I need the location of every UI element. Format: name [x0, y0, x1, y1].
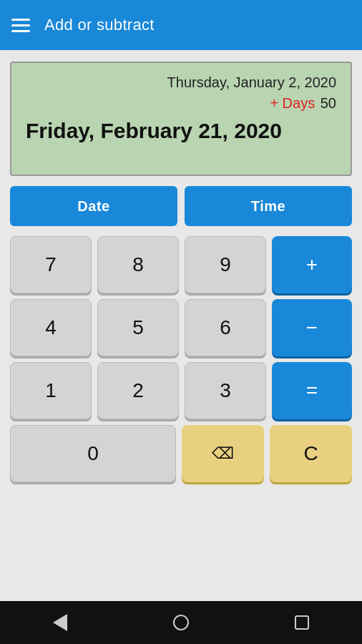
key-backspace[interactable]: ⌫	[182, 425, 264, 482]
key-2[interactable]: 2	[97, 362, 179, 419]
key-1[interactable]: 1	[10, 362, 92, 419]
key-5[interactable]: 5	[97, 299, 179, 356]
recents-button[interactable]	[284, 608, 320, 637]
key-clear[interactable]: C	[270, 425, 352, 482]
calculator-grid: 7 8 9 + 4 5 6 − 1 2 3 = 0 ⌫ C	[10, 236, 352, 482]
recents-icon	[295, 615, 309, 630]
key-equals[interactable]: =	[272, 362, 352, 419]
tab-row: Date Time	[10, 186, 352, 226]
main-content: Thursday, January 2, 2020 + Days 50 Frid…	[0, 50, 362, 601]
input-date: Thursday, January 2, 2020	[26, 74, 336, 91]
calc-row-3: 1 2 3 =	[10, 362, 352, 419]
calc-row-2: 4 5 6 −	[10, 299, 352, 356]
key-3[interactable]: 3	[185, 362, 266, 419]
bottom-nav	[0, 601, 362, 644]
date-tab[interactable]: Date	[10, 186, 177, 226]
app-title: Add or subtract	[44, 16, 155, 34]
backspace-icon: ⌫	[212, 444, 234, 463]
key-8[interactable]: 8	[97, 236, 179, 293]
key-6[interactable]: 6	[185, 299, 266, 356]
calc-row-1: 7 8 9 +	[10, 236, 352, 293]
back-icon	[53, 614, 67, 631]
calc-row-4: 0 ⌫ C	[10, 425, 352, 482]
result-date: Friday, February 21, 2020	[26, 119, 336, 143]
top-bar: Add or subtract	[0, 0, 362, 50]
menu-icon[interactable]	[11, 19, 30, 32]
key-minus[interactable]: −	[272, 299, 352, 356]
key-0[interactable]: 0	[10, 425, 176, 482]
home-button[interactable]	[163, 608, 199, 637]
display-area: Thursday, January 2, 2020 + Days 50 Frid…	[10, 62, 352, 176]
key-plus[interactable]: +	[272, 236, 352, 293]
days-value: 50	[321, 95, 336, 111]
key-9[interactable]: 9	[185, 236, 266, 293]
home-icon	[173, 615, 189, 630]
key-7[interactable]: 7	[10, 236, 92, 293]
days-row: + Days 50	[26, 95, 336, 112]
back-button[interactable]	[42, 608, 78, 637]
days-label: + Days	[270, 95, 315, 111]
time-tab[interactable]: Time	[185, 186, 352, 226]
key-4[interactable]: 4	[10, 299, 92, 356]
